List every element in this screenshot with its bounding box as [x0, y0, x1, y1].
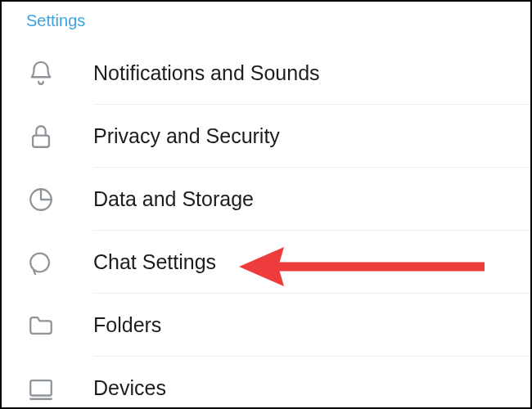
settings-item-devices[interactable]: Devices: [2, 357, 530, 409]
folder-icon: [25, 309, 57, 342]
settings-item-label: Notifications and Sounds: [93, 61, 320, 85]
settings-section-header: Settings: [2, 2, 530, 42]
device-icon: [25, 372, 57, 405]
settings-item-label: Data and Storage: [93, 187, 254, 211]
settings-item-label: Privacy and Security: [93, 124, 280, 148]
bell-icon: [25, 57, 57, 90]
settings-item-label: Folders: [93, 313, 161, 337]
svg-rect-2: [30, 380, 52, 395]
pie-chart-icon: [25, 183, 57, 216]
settings-item-label: Chat Settings: [93, 250, 216, 274]
chat-bubble-icon: [25, 246, 57, 279]
settings-item-chat-settings[interactable]: Chat Settings: [2, 231, 530, 294]
settings-list: Notifications and Sounds Privacy and Sec…: [2, 42, 530, 409]
settings-item-privacy[interactable]: Privacy and Security: [2, 105, 530, 168]
settings-item-label: Devices: [93, 376, 166, 400]
settings-item-folders[interactable]: Folders: [2, 294, 530, 357]
svg-rect-0: [33, 135, 49, 146]
settings-item-data-storage[interactable]: Data and Storage: [2, 168, 530, 231]
settings-item-notifications[interactable]: Notifications and Sounds: [2, 42, 530, 105]
lock-icon: [25, 120, 57, 153]
